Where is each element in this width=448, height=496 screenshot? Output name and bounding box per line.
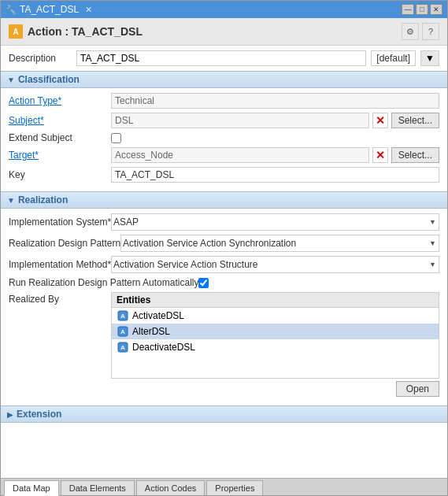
realization-pattern-dropdown-wrapper: Activation Service Action Synchronizatio… [120, 235, 439, 252]
target-link[interactable]: Target* [9, 150, 39, 161]
realized-by-label: Realized By [9, 292, 111, 305]
target-input [111, 147, 369, 163]
entity-name-alter: AlterDSL [132, 326, 170, 337]
entity-item-alter[interactable]: A AlterDSL [112, 324, 439, 339]
key-row: Key [9, 167, 439, 183]
entities-box: Entities A ActivateDSL [111, 292, 439, 379]
tab-bar: Data Map Data Elements Action Codes Prop… [1, 478, 447, 495]
subject-clear-button[interactable]: ✕ [372, 113, 388, 128]
page-title: Action : TA_ACT_DSL [28, 25, 143, 38]
content-area: A Action : TA_ACT_DSL ⚙ ? Description [d… [1, 18, 447, 478]
window-title: TA_ACT_DSL [20, 4, 79, 15]
page-header: A Action : TA_ACT_DSL ⚙ ? [1, 18, 447, 46]
realization-pattern-row: Realization Design Pattern Activation Se… [9, 235, 439, 252]
realized-by-section: Realized By Entities A ActivateDSL [9, 292, 439, 397]
extension-section-header[interactable]: ▶ Extension [1, 405, 447, 423]
target-clear-button[interactable]: ✕ [372, 147, 388, 163]
description-row: Description [default] ▼ [1, 46, 447, 71]
description-dropdown[interactable]: ▼ [420, 50, 439, 66]
action-type-label: Action Type* [9, 95, 111, 106]
extension-title: Extension [17, 409, 61, 420]
minimize-button[interactable]: — [402, 4, 414, 15]
maximize-button[interactable]: □ [416, 4, 428, 15]
entity-name-deactivate: DeactivateDSL [132, 342, 195, 353]
action-type-row: Action Type* [9, 93, 439, 109]
entity-name-activate: ActivateDSL [132, 310, 184, 321]
subject-field-group: ✕ Select... [111, 113, 439, 128]
impl-system-label: Implementation System* [9, 217, 111, 228]
close-tab-icon[interactable]: ✕ [85, 5, 92, 15]
svg-text:A: A [120, 344, 125, 351]
key-label: Key [9, 169, 111, 180]
subject-link[interactable]: Subject* [9, 115, 44, 126]
action-type-input [111, 93, 439, 109]
classification-arrow-icon: ▼ [7, 76, 15, 84]
run-pattern-row: Run Realization Design Pattern Automatic… [9, 277, 439, 288]
impl-method-label: Implementation Method* [9, 259, 111, 270]
classification-body: Action Type* Subject* ✕ Select... Extend… [1, 88, 447, 191]
target-field-group: ✕ Select... [111, 147, 439, 163]
description-input[interactable] [76, 50, 366, 66]
svg-text:A: A [120, 313, 125, 320]
target-label: Target* [9, 150, 111, 161]
target-select-button[interactable]: Select... [391, 147, 439, 163]
extend-subject-row: Extend Subject [9, 132, 439, 143]
impl-system-row: Implementation System* ASAP [9, 213, 439, 231]
extension-arrow-icon: ▶ [7, 410, 13, 419]
close-button[interactable]: ✕ [430, 4, 442, 15]
key-input[interactable] [111, 167, 439, 183]
tab-data-elements[interactable]: Data Elements [61, 480, 135, 495]
description-badge: [default] [371, 50, 416, 66]
target-row: Target* ✕ Select... [9, 147, 439, 163]
realization-body: Implementation System* ASAP Realization … [1, 209, 447, 405]
title-bar: 🔧 TA_ACT_DSL ✕ — □ ✕ [1, 1, 447, 18]
open-btn-row: Open [111, 381, 439, 397]
title-bar-controls: — □ ✕ [402, 4, 442, 15]
realization-section-header[interactable]: ▼ Realization [1, 191, 447, 209]
impl-system-select[interactable]: ASAP [111, 213, 439, 231]
title-bar-left: 🔧 TA_ACT_DSL ✕ [6, 4, 92, 15]
svg-text:A: A [120, 328, 125, 335]
run-pattern-checkbox[interactable] [198, 278, 209, 288]
realization-arrow-icon: ▼ [7, 196, 15, 205]
entity-icon-deactivate: A [117, 341, 129, 353]
open-button[interactable]: Open [396, 381, 439, 397]
entity-item-deactivate[interactable]: A DeactivateDSL [112, 339, 439, 355]
entity-item-activate[interactable]: A ActivateDSL [112, 308, 439, 324]
subject-select-button[interactable]: Select... [391, 113, 439, 128]
classification-section-header[interactable]: ▼ Classification [1, 71, 447, 88]
header-icons: ⚙ ? [402, 23, 439, 40]
action-icon: A [9, 24, 23, 39]
main-window: 🔧 TA_ACT_DSL ✕ — □ ✕ A Action : TA_ACT_D… [0, 0, 448, 496]
impl-method-select[interactable]: Activation Service Action Structure [111, 256, 439, 273]
impl-method-row: Implementation Method* Activation Servic… [9, 256, 439, 273]
description-label: Description [9, 53, 72, 64]
entity-icon-alter: A [117, 325, 129, 338]
tab-data-map[interactable]: Data Map [4, 480, 59, 496]
entities-header: Entities [112, 293, 439, 308]
classification-title: Classification [18, 74, 80, 85]
subject-input [111, 113, 369, 128]
dropdown-arrow-icon: ▼ [425, 53, 435, 64]
realized-by-content: Entities A ActivateDSL [111, 292, 439, 397]
entity-icon-activate: A [117, 309, 129, 322]
subject-label: Subject* [9, 115, 111, 126]
tab-icon: 🔧 [6, 5, 17, 15]
realization-pattern-label: Realization Design Pattern [9, 238, 120, 249]
action-type-link[interactable]: Action Type* [9, 95, 61, 106]
subject-row: Subject* ✕ Select... [9, 113, 439, 128]
impl-method-dropdown-wrapper: Activation Service Action Structure [111, 256, 439, 273]
extend-subject-checkbox[interactable] [111, 133, 121, 143]
help-button[interactable]: ? [422, 23, 439, 40]
run-pattern-label: Run Realization Design Pattern Automatic… [9, 277, 198, 288]
tab-properties[interactable]: Properties [206, 480, 263, 495]
tab-action-codes[interactable]: Action Codes [136, 480, 205, 495]
realization-pattern-select[interactable]: Activation Service Action Synchronizatio… [120, 235, 439, 252]
page-title-group: A Action : TA_ACT_DSL [9, 24, 143, 39]
extend-subject-label: Extend Subject [9, 132, 111, 143]
extend-subject-checkbox-group [111, 133, 121, 143]
settings-button[interactable]: ⚙ [402, 23, 419, 40]
realization-title: Realization [18, 194, 68, 205]
impl-system-dropdown-wrapper: ASAP [111, 213, 439, 231]
